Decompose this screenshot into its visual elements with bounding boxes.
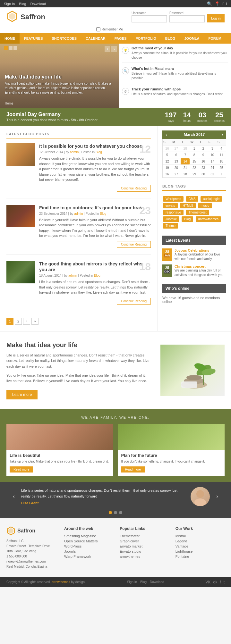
cal-cell[interactable]: 9 [199,152,208,158]
calendar-prev[interactable]: ‹ [166,132,167,137]
login-button[interactable]: Log in [207,14,225,22]
footer-bottom-download[interactable]: Download [150,580,164,584]
cal-cell[interactable]: 27 [172,146,181,152]
tag-html5[interactable]: HTML5 [180,203,196,208]
cal-cell[interactable]: 17 [208,158,217,165]
post-author-3[interactable]: admin [68,274,77,277]
cal-cell[interactable]: 6 [172,152,181,158]
footer-link-wordpress[interactable]: WordPress [64,544,113,548]
slide-indicator-1[interactable] [4,46,8,50]
social-ok[interactable]: ok [213,580,218,584]
cal-cell-today[interactable]: 14 [181,158,190,165]
cal-cell[interactable]: 13 [172,158,181,165]
nav-pages[interactable]: PAGES [110,33,131,44]
post-author-2[interactable]: admin [74,212,83,215]
cal-cell[interactable]: 28 [181,171,190,178]
cal-cell[interactable]: 21 [181,165,190,171]
slide-indicator-3[interactable] [13,46,17,50]
testimonial-dot-3[interactable] [119,511,122,514]
footer-bottom-signin[interactable]: Sign In [127,580,137,584]
nav-portfolio[interactable]: PORTFOLIO [131,33,161,44]
page-2[interactable]: 2 [15,318,22,325]
footer-link-fontaine[interactable]: Fontaine [175,555,225,558]
slider-prev[interactable]: ‹ [105,46,110,52]
cal-cell[interactable]: 31 [208,171,217,178]
cal-cell[interactable]: 3 [208,146,217,152]
event-title-1[interactable]: Joyous Celebrations [175,248,226,252]
cal-cell[interactable]: 25 [217,165,226,171]
cal-cell[interactable]: 22 [190,165,199,171]
tag-audiojungle[interactable]: audiojungle [201,196,222,202]
remember-checkbox[interactable] [96,27,100,31]
footer-link-osm[interactable]: Open Source Matters [64,539,113,543]
post-category-3[interactable]: Blog [94,274,100,277]
cal-cell[interactable]: 29 [190,171,199,178]
slider-next[interactable]: › [111,46,117,52]
tag-wordpress[interactable]: Wordpress [163,196,184,202]
testimonial-dot-2[interactable] [114,511,117,514]
tag-blog[interactable]: Blog [182,216,193,222]
facebook-icon[interactable]: f [222,1,224,6]
nav-shortcodes[interactable]: SHORTCODES [47,33,81,44]
read-more-1[interactable]: Read more [10,466,33,473]
cal-cell[interactable]: 26 [163,171,172,178]
footer-link-envato-market[interactable]: Envato market [120,544,169,548]
slide-indicator-2[interactable] [9,46,13,50]
social-fb[interactable]: f [220,580,221,584]
post-title-2[interactable]: Find time to go outdoors; It's good for … [39,205,151,211]
tag-envato[interactable]: envato [163,203,178,208]
cal-cell[interactable]: 1 [190,146,199,152]
nav-calendar[interactable]: CALENDAR [81,33,110,44]
nav-blog[interactable]: BLOG [161,33,180,44]
cal-cell[interactable]: 11 [217,152,226,158]
cal-cell[interactable]: 28 [181,146,190,152]
post-category-1[interactable]: Blog [96,150,102,154]
footer-link-vantage[interactable]: Vantage [175,544,225,548]
password-input[interactable] [169,15,205,22]
footer-arrowthemes-link[interactable]: arrowthemes [52,580,70,584]
footer-link-legend[interactable]: Legend [175,539,225,543]
footer-link-mistral[interactable]: Mistral [175,534,225,538]
search-icon[interactable]: 🔍 [207,1,212,6]
tag-joomla[interactable]: Joomla! [163,216,179,222]
tag-theme[interactable]: Theme [163,223,178,229]
footer-link-joomla[interactable]: Joomla [64,549,113,553]
cal-cell[interactable]: 26 [163,146,172,152]
tag-arrowthemes[interactable]: #arrowthemes [196,216,221,222]
topbar-signin[interactable]: Sign In [4,2,15,6]
footer-link-warp[interactable]: Warp Framework [64,555,113,558]
calendar-next[interactable]: › [222,132,223,137]
cal-cell[interactable]: 20 [172,165,181,171]
cal-cell[interactable]: 30 [199,171,208,178]
nav-joomla[interactable]: JOOMLA [180,33,204,44]
testimonial-next[interactable]: › [216,493,218,500]
cal-cell[interactable]: 27 [172,171,181,178]
social-vk[interactable]: VK [206,580,211,584]
post-title-3[interactable]: The good thing about mirrors is they ref… [39,261,151,272]
page-next[interactable]: › [23,318,30,325]
continue-reading-1[interactable]: Continue Reading [117,185,151,192]
learn-more-button[interactable]: Learn more [6,390,38,399]
tag-responsive[interactable]: responsive [163,210,184,215]
cal-cell[interactable]: 18 [217,158,226,165]
post-category-2[interactable]: Blog [100,212,106,215]
social-tw[interactable]: t [224,580,225,584]
cal-cell[interactable]: 16 [199,158,208,165]
cal-cell[interactable]: 12 [163,158,172,165]
topbar-download[interactable]: Download [30,2,46,6]
cal-cell[interactable]: 5 [163,152,172,158]
testimonial-prev[interactable]: ‹ [13,493,15,500]
footer-link-lighthouse[interactable]: Lighthouse [175,549,225,553]
nav-features[interactable]: FEATURES [20,33,47,44]
footer-bottom-blog[interactable]: Blog [140,580,147,584]
cal-cell[interactable]: 23 [199,165,208,171]
continue-reading-2[interactable]: Continue Reading [117,241,151,248]
cal-cell[interactable]: 4 [217,146,226,152]
footer-link-smashing[interactable]: Smashing Magazine [64,534,113,538]
page-last[interactable]: » [31,318,38,325]
footer-email[interactable]: noreply@arrowthemes.com [6,559,58,564]
cal-cell[interactable]: 19 [163,165,172,171]
footer-link-graphicriver[interactable]: Graphicriver [120,539,169,543]
continue-reading-3[interactable]: Continue Reading [117,298,151,305]
page-1[interactable]: 1 [6,318,13,325]
